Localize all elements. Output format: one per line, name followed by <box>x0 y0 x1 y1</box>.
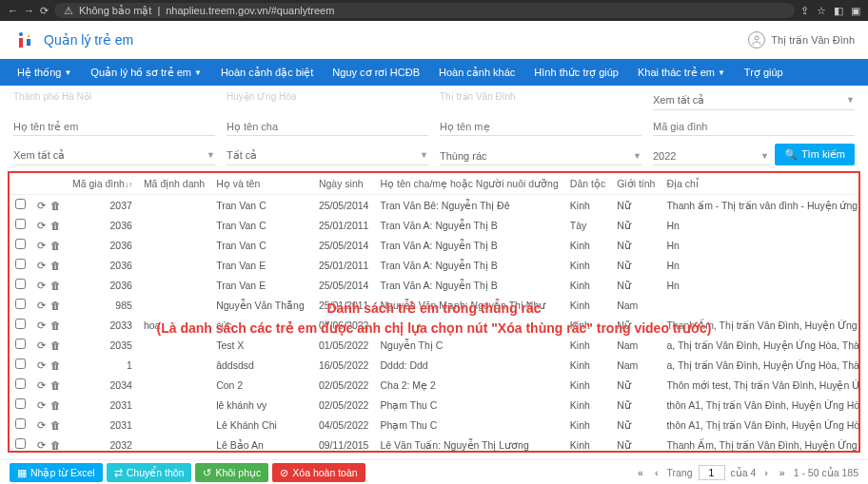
restore-row-icon[interactable]: ⟳ <box>37 200 46 211</box>
table-row[interactable]: ⟳🗑2037Tran Van C25/05/2014Tran Văn Bê: N… <box>10 195 860 216</box>
row-checkbox[interactable] <box>15 199 26 209</box>
row-checkbox[interactable] <box>15 239 26 249</box>
col-header-8[interactable]: Giới tính <box>611 173 661 195</box>
restore-row-icon[interactable]: ⟳ <box>37 300 46 311</box>
nav-item-1[interactable]: Quản lý hồ sơ trẻ em▼ <box>83 61 209 85</box>
row-checkbox[interactable] <box>15 398 26 409</box>
cell-dt: Kinh <box>564 315 611 335</box>
restore-row-icon[interactable]: ⟳ <box>37 379 46 391</box>
restore-row-icon[interactable]: ⟳ <box>37 319 46 331</box>
forward-icon[interactable]: → <box>24 5 34 16</box>
col-header-5[interactable]: Ngày sinh <box>313 173 375 195</box>
table-row[interactable]: ⟳🗑2036Tran Van E25/01/2011Tran Văn A: Ng… <box>10 255 860 275</box>
delete-row-icon[interactable]: 🗑 <box>50 379 61 391</box>
row-checkbox[interactable] <box>15 319 26 329</box>
restore-row-icon[interactable]: ⟳ <box>37 399 46 411</box>
child-name-input[interactable] <box>13 118 215 136</box>
restore-row-icon[interactable]: ⟳ <box>37 359 46 371</box>
restore-button[interactable]: ↺Khôi phục <box>195 463 268 482</box>
page-first-icon[interactable]: « <box>635 467 646 478</box>
table-row[interactable]: ⟳🗑2036Tran Van E25/05/2014Tran Văn A: Ng… <box>10 275 860 295</box>
user-badge[interactable]: Thị trấn Vân Đình <box>748 31 855 48</box>
filter-select-1[interactable]: Xem tất cả▼ <box>13 146 215 165</box>
row-checkbox[interactable] <box>15 219 26 229</box>
delete-row-icon[interactable]: 🗑 <box>50 319 61 331</box>
page-next-icon[interactable]: › <box>761 467 771 478</box>
nav-item-7[interactable]: Trợ giúp <box>737 61 791 85</box>
move-village-button[interactable]: ⇄Chuyển thôn <box>107 463 192 482</box>
delete-row-icon[interactable]: 🗑 <box>50 220 61 231</box>
delete-row-icon[interactable]: 🗑 <box>50 240 61 251</box>
page-prev-icon[interactable]: ‹ <box>652 467 661 478</box>
delete-permanent-button[interactable]: ⊘Xóa hoàn toàn <box>272 463 365 482</box>
share-icon[interactable]: ⇪ <box>800 5 809 17</box>
back-icon[interactable]: ← <box>8 5 18 16</box>
restore-row-icon[interactable]: ⟳ <box>37 240 46 251</box>
family-code-input[interactable] <box>653 118 855 136</box>
nav-item-3[interactable]: Nguy cơ rơi HCĐB <box>325 61 427 85</box>
reload-icon[interactable]: ⟳ <box>40 5 49 17</box>
row-checkbox[interactable] <box>15 358 26 369</box>
page-last-icon[interactable]: » <box>777 467 788 478</box>
delete-row-icon[interactable]: 🗑 <box>50 300 61 311</box>
nav-item-2[interactable]: Hoàn cảnh đặc biệt <box>213 61 321 85</box>
delete-row-icon[interactable]: 🗑 <box>50 439 61 451</box>
col-header-7[interactable]: Dân tộc <box>564 173 611 195</box>
col-header-0[interactable] <box>10 173 31 195</box>
nav-item-5[interactable]: Hình thức trợ giúp <box>526 61 626 85</box>
import-excel-button[interactable]: ▦Nhập từ Excel <box>10 463 103 482</box>
row-checkbox[interactable] <box>15 299 26 309</box>
row-checkbox[interactable] <box>15 279 26 289</box>
extension-icon[interactable]: ◧ <box>834 5 843 17</box>
url-bar[interactable]: ⚠ Không bảo mật | nhaplieu.treem.gov.vn/… <box>54 3 795 18</box>
row-checkbox[interactable] <box>15 378 26 389</box>
restore-row-icon[interactable]: ⟳ <box>37 419 46 431</box>
delete-row-icon[interactable]: 🗑 <box>50 200 61 211</box>
col-header-9[interactable]: Địa chỉ <box>661 173 860 195</box>
nav-item-6[interactable]: Khai thác trẻ em▼ <box>630 61 733 85</box>
table-row[interactable]: ⟳🗑2034Con 202/05/2022Cha 2: Mẹ 2KinhNữTh… <box>10 375 860 395</box>
delete-row-icon[interactable]: 🗑 <box>50 359 61 371</box>
restore-row-icon[interactable]: ⟳ <box>37 439 46 451</box>
page-input[interactable] <box>699 465 725 480</box>
table-row[interactable]: ⟳🗑2031lê khánh vy02/05/2022Phạm Thu CKin… <box>10 395 860 415</box>
filter-select-2[interactable]: Tất cả▼ <box>227 146 428 165</box>
restore-row-icon[interactable]: ⟳ <box>37 339 46 351</box>
row-checkbox[interactable] <box>15 339 26 349</box>
table-row[interactable]: ⟳🗑2036Tran Van C25/05/2014Tran Văn A: Ng… <box>10 235 860 255</box>
mother-name-input[interactable] <box>440 118 641 136</box>
delete-row-icon[interactable]: 🗑 <box>50 339 61 351</box>
row-checkbox[interactable] <box>15 259 26 269</box>
father-name-input[interactable] <box>227 118 428 136</box>
table-row[interactable]: ⟳🗑985Nguyễn Văn Thắng25/01/2011Nguyễn Vă… <box>10 295 860 315</box>
filter-select-trash[interactable]: Thùng rác▼ <box>440 147 641 165</box>
table-row[interactable]: ⟳🗑2036Tran Van C25/01/2011Tran Văn A: Ng… <box>10 215 860 235</box>
restore-row-icon[interactable]: ⟳ <box>37 260 46 271</box>
col-header-3[interactable]: Mã định danh <box>138 173 210 195</box>
col-header-1[interactable] <box>31 173 67 195</box>
chevron-down-icon: ▼ <box>846 95 855 105</box>
filter-select-year[interactable]: 2022▼ <box>653 147 769 165</box>
col-header-6[interactable]: Họ tên cha/mẹ hoặc Người nuôi dưỡng <box>374 173 563 195</box>
profile-icon[interactable]: ▣ <box>851 5 860 17</box>
table-row[interactable]: ⟳🗑2031Lê Khánh Chi04/05/2022Phạm Thu CKi… <box>10 415 860 435</box>
table-row[interactable]: ⟳🗑2035Test X01/05/2022Nguyễn Thị CKinhNa… <box>10 335 860 355</box>
delete-row-icon[interactable]: 🗑 <box>50 280 61 291</box>
restore-row-icon[interactable]: ⟳ <box>37 280 46 291</box>
nav-item-4[interactable]: Hoàn cảnh khác <box>431 61 523 85</box>
star-icon[interactable]: ☆ <box>817 5 826 17</box>
row-checkbox[interactable] <box>15 418 26 429</box>
table-row[interactable]: ⟳🗑1âddsdsd16/05/2022Dddd: DddKinhNama, T… <box>10 355 860 375</box>
col-header-4[interactable]: Họ và tên <box>210 173 313 195</box>
delete-row-icon[interactable]: 🗑 <box>50 399 61 411</box>
nav-item-0[interactable]: Hệ thống▼ <box>10 61 79 85</box>
delete-row-icon[interactable]: 🗑 <box>50 260 61 271</box>
filter-view-all-1[interactable]: Xem tất cả▼ <box>653 91 855 110</box>
table-row[interactable]: ⟳🗑2033hoacúc07/06/2022KinhNữThanh Ấm, Th… <box>10 315 860 335</box>
search-button[interactable]: 🔍Tìm kiếm <box>775 144 855 165</box>
restore-row-icon[interactable]: ⟳ <box>37 220 46 231</box>
table-row[interactable]: ⟳🗑2032Lê Bảo An09/11/2015Lê Văn Tuấn: Ng… <box>10 435 860 453</box>
delete-row-icon[interactable]: 🗑 <box>50 419 61 431</box>
col-header-2[interactable]: Mã gia đình↓↑ <box>67 173 138 195</box>
row-checkbox[interactable] <box>15 438 26 449</box>
